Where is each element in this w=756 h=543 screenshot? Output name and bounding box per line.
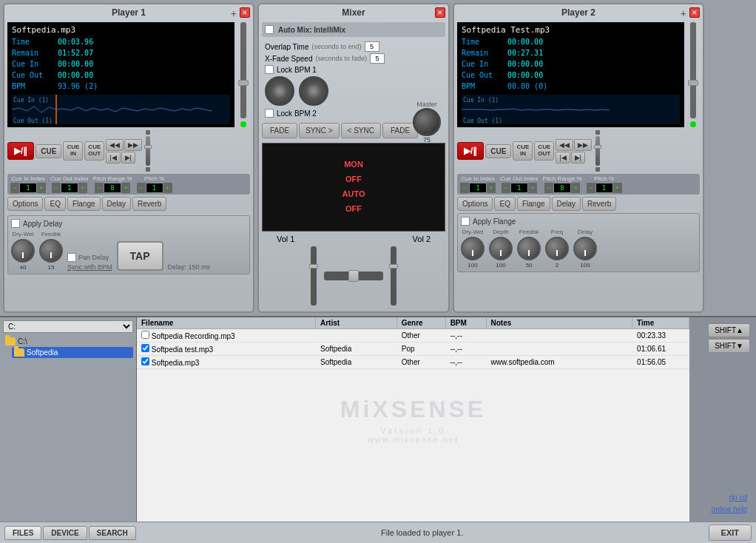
player1-next-button[interactable]: ▶| — [121, 152, 135, 163]
player1-close-button[interactable]: ✕ — [240, 7, 250, 18]
player1-playpause-button[interactable]: ▶/‖ — [7, 142, 34, 160]
player1-cuein-index-plus[interactable]: + — [37, 183, 46, 193]
player1-rewind-button[interactable]: ◀◀ — [106, 139, 124, 151]
player2-pitch-pct-plus[interactable]: + — [613, 183, 622, 193]
xfade-input[interactable] — [370, 53, 385, 64]
col-bpm[interactable]: BPM — [445, 317, 486, 329]
mixer-crossfader-handle[interactable] — [348, 270, 359, 282]
player2-rewind-button[interactable]: ◀◀ — [556, 139, 573, 151]
exit-button[interactable]: EXIT — [709, 525, 752, 541]
player1-pitch-pct-plus[interactable]: + — [163, 183, 172, 193]
player1-volume-slider[interactable] — [237, 22, 250, 127]
col-artist[interactable]: Artist — [316, 317, 397, 329]
player1-reverb-button[interactable]: Reverb — [132, 197, 166, 211]
player2-cueout-button[interactable]: CUEOUT — [534, 141, 554, 161]
overlap-input[interactable] — [365, 41, 379, 52]
player1-pitch-range-minus[interactable]: − — [95, 183, 104, 193]
shift-up-button[interactable]: SHIFT▲ — [708, 323, 750, 337]
col-filename[interactable]: Filename — [137, 317, 316, 329]
player2-volume-slider[interactable] — [686, 22, 700, 127]
table-row[interactable]: Softpedia Recording.mp3 Other --,-- 00:2… — [137, 329, 689, 343]
player1-pitch-range-plus[interactable]: + — [121, 183, 130, 193]
col-genre[interactable]: Genre — [396, 317, 445, 329]
player1-pitch-handle[interactable] — [144, 145, 152, 149]
player1-tap-button[interactable]: TAP — [117, 241, 163, 271]
player1-feedbk-knob[interactable] — [39, 239, 63, 263]
player1-forward-button[interactable]: ▶▶ — [124, 139, 142, 151]
player2-cue-button[interactable]: CUE — [485, 144, 511, 158]
auto-mix-checkbox[interactable] — [265, 25, 274, 34]
player1-pitch-down[interactable] — [146, 167, 150, 172]
player1-pitch-pct-minus[interactable]: − — [137, 183, 146, 193]
player1-drywet-knob[interactable] — [11, 239, 35, 263]
player2-pitch-handle[interactable] — [594, 145, 601, 149]
folder-item-c[interactable]: C:\ — [3, 336, 133, 347]
master-knob[interactable] — [413, 108, 441, 136]
mixer-vol1-track[interactable] — [311, 246, 317, 306]
player2-delay-button[interactable]: Delay — [552, 197, 581, 211]
drive-dropdown[interactable]: C: — [3, 320, 133, 333]
file-checkbox-2[interactable] — [141, 357, 149, 365]
player2-flange-button[interactable]: Flange — [517, 197, 550, 211]
player1-vol-handle[interactable] — [238, 80, 249, 86]
player2-vol-track[interactable] — [690, 22, 696, 118]
player2-pitch-up[interactable] — [595, 130, 600, 135]
player1-flange-button[interactable]: Flange — [67, 197, 101, 211]
player1-vol-track[interactable] — [240, 22, 246, 118]
device-tab-button[interactable]: DEVICE — [43, 526, 87, 540]
player2-freq-knob[interactable] — [545, 237, 569, 260]
mixer-vol2-track[interactable] — [391, 246, 396, 306]
col-time[interactable]: Time — [632, 317, 689, 329]
player2-apply-flange-checkbox[interactable] — [461, 217, 470, 226]
mixer-fade1-button[interactable]: FADE — [262, 123, 297, 138]
player1-apply-delay-checkbox[interactable] — [11, 219, 20, 228]
player1-prev-button[interactable]: |◀ — [106, 152, 120, 163]
table-row[interactable]: Softpedia test.mp3 Softpedia Pop --,-- 0… — [137, 343, 689, 356]
player1-cueout-index-plus[interactable]: + — [78, 183, 87, 193]
mixer-crossfader[interactable] — [324, 272, 383, 280]
player2-depth-knob[interactable] — [489, 237, 513, 260]
player2-eq-button[interactable]: EQ — [494, 197, 515, 211]
player1-plus-button[interactable]: + — [231, 7, 237, 19]
player1-pitch-track[interactable] — [146, 136, 150, 166]
shift-down-button[interactable]: SHIFT▼ — [708, 339, 750, 353]
search-tab-button[interactable]: SEARCH — [89, 526, 136, 540]
player1-eq-button[interactable]: EQ — [44, 197, 65, 211]
player1-pan-delay-checkbox[interactable] — [67, 253, 76, 262]
player2-vol-handle[interactable] — [688, 80, 698, 86]
table-row[interactable]: Softpedia.mp3 Softpedia Other --,-- www.… — [137, 356, 689, 369]
player2-cueout-index-minus[interactable]: − — [502, 183, 510, 193]
online-help-link[interactable]: online help — [698, 504, 747, 516]
mixer-close-button[interactable]: ✕ — [435, 7, 445, 18]
player2-pitch-track[interactable] — [595, 136, 600, 166]
mixer-sync2-button[interactable]: < SYNC — [341, 123, 381, 138]
player2-pitch-pct-minus[interactable]: − — [587, 183, 595, 193]
player2-pitch-range-minus[interactable]: − — [544, 183, 553, 193]
player2-cuein-button[interactable]: CUEIN — [513, 141, 533, 161]
mixer-vol2-handle[interactable] — [389, 264, 398, 269]
player2-pitch-range-plus[interactable]: + — [571, 183, 580, 193]
player2-options-button[interactable]: Options — [457, 197, 493, 211]
col-notes[interactable]: Notes — [486, 317, 632, 329]
player2-drywet-knob[interactable] — [461, 237, 485, 260]
folder-item-softpedia[interactable]: Softpedia — [12, 347, 133, 358]
file-checkbox-1[interactable] — [141, 344, 149, 352]
player2-plus-button[interactable]: + — [681, 7, 686, 19]
player2-next-button[interactable]: ▶| — [571, 152, 585, 163]
player1-cueout-button[interactable]: CUEOUT — [84, 141, 104, 161]
player2-cuein-index-minus[interactable]: − — [460, 183, 469, 193]
player2-pitch-down[interactable] — [595, 167, 600, 172]
player2-delay-knob[interactable] — [573, 237, 597, 260]
player1-cuein-index-minus[interactable]: − — [10, 183, 19, 193]
player1-cueout-index-minus[interactable]: − — [52, 183, 61, 193]
lock-bpm1-checkbox[interactable] — [265, 65, 274, 74]
player2-cueout-index-plus[interactable]: + — [528, 183, 537, 193]
player2-forward-button[interactable]: ▶▶ — [574, 139, 592, 151]
player1-pitch-up[interactable] — [146, 130, 150, 135]
player1-delay-button[interactable]: Delay — [102, 197, 132, 211]
player2-cuein-index-plus[interactable]: + — [487, 183, 496, 193]
player1-options-button[interactable]: Options — [7, 197, 43, 211]
files-tab-button[interactable]: FILES — [4, 526, 41, 540]
player2-playpause-button[interactable]: ▶/‖ — [457, 142, 484, 160]
rip-cd-link[interactable]: rip cd — [698, 492, 747, 504]
